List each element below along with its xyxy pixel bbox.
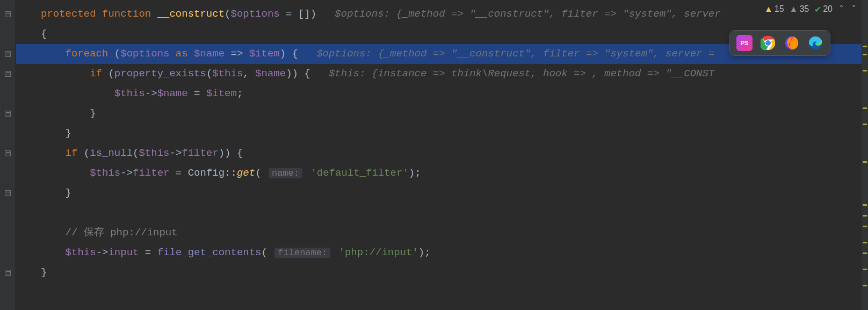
phpstorm-icon[interactable]: PS <box>736 35 753 51</box>
keyword: function <box>102 8 151 20</box>
code-line[interactable]: $this->$name = $item; <box>16 84 868 104</box>
code-line[interactable]: } <box>16 104 868 124</box>
code-line[interactable]: } <box>16 263 868 283</box>
gutter <box>0 0 16 310</box>
stripe-warn-icon[interactable] <box>863 285 867 286</box>
stripe-warn-icon[interactable] <box>863 269 867 270</box>
brace: { <box>41 28 47 40</box>
code-line[interactable]: } <box>16 183 868 203</box>
punct: ( <box>255 167 261 179</box>
brace: } <box>66 187 71 199</box>
fold-marker-icon[interactable] <box>5 71 11 77</box>
fold-marker-icon[interactable] <box>5 150 11 156</box>
operator: -> <box>169 147 182 159</box>
punct: ( <box>102 68 114 80</box>
punct: ( <box>262 247 267 258</box>
code-line[interactable] <box>16 203 868 223</box>
stripe-warn-icon[interactable] <box>863 107 867 109</box>
fold-marker-icon[interactable] <box>5 51 11 57</box>
stripe-warn-icon[interactable] <box>863 215 867 217</box>
property: filter <box>182 147 218 159</box>
code-line[interactable]: // 保存 php://input <box>16 223 868 243</box>
fold-marker-icon[interactable] <box>5 111 11 117</box>
punct: )) { <box>219 147 243 159</box>
punct: )) { <box>286 68 310 80</box>
operator: => <box>225 48 249 60</box>
operator: -> <box>120 167 133 179</box>
punct: ); <box>418 247 431 258</box>
code-line[interactable]: if (is_null($this->filter)) { <box>16 143 868 163</box>
edge-icon[interactable] <box>807 35 823 51</box>
code-line[interactable]: if (property_exists($this, $name)) { $th… <box>16 64 868 84</box>
stripe-warn-icon[interactable] <box>863 54 867 55</box>
builtin-fn: is_null <box>90 147 133 159</box>
keyword: protected <box>41 8 96 20</box>
punct: ( <box>77 147 90 159</box>
variable: $this <box>90 167 120 179</box>
punct: ) { <box>280 48 298 60</box>
stripe-warn-icon[interactable] <box>863 226 867 227</box>
inspection-weak-warnings[interactable]: ▲ 35 <box>790 4 809 14</box>
variable: $this <box>212 68 243 80</box>
variable: $item <box>206 88 237 99</box>
builtin-fn: property_exists <box>114 68 206 80</box>
fold-marker-icon[interactable] <box>5 11 11 17</box>
punct: ) <box>310 8 316 20</box>
stripe-warn-icon[interactable] <box>863 253 867 254</box>
inlay-hint: $options: {_method => "__construct", fil… <box>335 8 720 20</box>
code-line[interactable]: protected function __construct($options … <box>16 4 868 24</box>
punct: ( <box>133 147 139 159</box>
operator: = <box>188 88 206 99</box>
stripe-warn-icon[interactable] <box>863 161 867 163</box>
weak-warning-icon: ▲ <box>790 4 798 14</box>
builtin-fn: file_get_contents <box>157 247 262 258</box>
firefox-icon[interactable] <box>784 35 800 51</box>
punct: ; <box>237 88 243 99</box>
keyword: if <box>90 68 102 80</box>
string: 'default_filter' <box>310 167 408 179</box>
variable: $this <box>114 88 145 99</box>
comment: // 保存 php://input <box>66 227 178 239</box>
param-hint: filename: <box>274 248 330 258</box>
operator: -> <box>96 247 108 258</box>
operator: -> <box>145 88 157 99</box>
stripe-warn-icon[interactable] <box>863 46 867 47</box>
variable: $name <box>157 88 188 99</box>
brace: } <box>66 127 71 139</box>
code-line[interactable]: $this->input = file_get_contents( filena… <box>16 243 868 263</box>
class-ref: Config <box>188 167 225 179</box>
punct: ( <box>108 48 120 60</box>
stripe-warn-icon[interactable] <box>863 124 867 125</box>
string: 'php://input' <box>339 247 418 258</box>
inspection-warnings[interactable]: ▲ 15 <box>764 4 784 14</box>
operator: = [] <box>280 8 310 20</box>
stripe-warn-icon[interactable] <box>863 70 867 71</box>
chevron-up-icon[interactable]: ˄ <box>838 3 845 15</box>
stripe-warn-icon[interactable] <box>863 242 867 243</box>
fold-marker-icon[interactable] <box>5 270 11 276</box>
operator: = <box>139 247 157 258</box>
check-icon: ✔ <box>814 4 821 15</box>
error-stripe[interactable] <box>862 0 868 310</box>
code-line[interactable]: $this->filter = Config::get( name: 'defa… <box>16 163 868 183</box>
code-line[interactable]: } <box>16 124 868 143</box>
app-dock: PS <box>729 30 830 56</box>
variable: $options <box>230 8 279 20</box>
chrome-icon[interactable] <box>760 35 776 51</box>
inlay-hint: $options: {_method => "__construct", fil… <box>316 48 714 60</box>
function-name: __construct <box>157 8 225 20</box>
chevron-down-icon[interactable]: ˅ <box>850 3 857 15</box>
stripe-warn-icon[interactable] <box>863 204 867 206</box>
keyword: foreach <box>66 48 108 60</box>
brace: } <box>41 266 47 278</box>
punct: , <box>243 68 255 80</box>
keyword: as <box>169 48 194 60</box>
inspection-typos[interactable]: ✔ 20 <box>814 4 833 15</box>
punct: ); <box>409 167 421 179</box>
fold-marker-icon[interactable] <box>5 190 11 196</box>
property: filter <box>133 167 169 179</box>
variable: $this <box>66 247 96 258</box>
variable: $item <box>249 48 280 60</box>
variable: $name <box>194 48 225 60</box>
inspection-count: 20 <box>823 4 833 14</box>
